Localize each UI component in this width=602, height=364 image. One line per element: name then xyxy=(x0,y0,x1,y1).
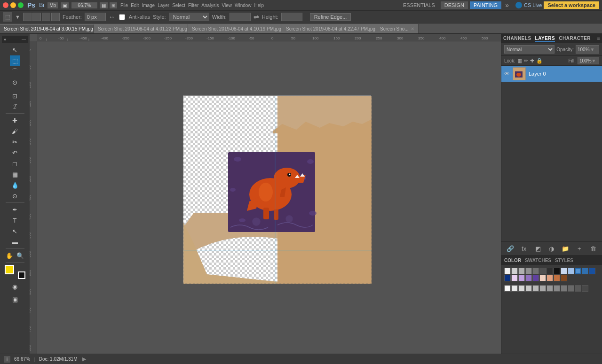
fill-control[interactable]: 100% ▼ xyxy=(578,57,599,64)
mb-icon[interactable]: Mb xyxy=(48,2,58,8)
swatches-tab2-label[interactable]: SWATCHES xyxy=(525,258,551,263)
feather-input[interactable] xyxy=(85,13,106,21)
tab-3[interactable]: Screen Shot 2019-08-04 at 4.22.47 PM.jpg… xyxy=(282,24,376,33)
quick-mask-button[interactable]: ◉ xyxy=(10,281,20,292)
preset-icon-2[interactable] xyxy=(32,13,41,21)
preset-icon-1[interactable] xyxy=(23,13,32,21)
width-input[interactable] xyxy=(230,13,251,21)
swatch2-8[interactable] xyxy=(554,285,560,292)
swatch-brown[interactable] xyxy=(554,275,560,281)
preset-icon-4[interactable] xyxy=(51,13,60,21)
screen-mode-button[interactable]: ▣ xyxy=(10,294,20,304)
layers-tab[interactable]: LAYERS xyxy=(535,36,555,42)
swatch-gray4[interactable] xyxy=(539,268,546,274)
window-menu[interactable]: Window xyxy=(235,3,252,8)
swatch2-11[interactable] xyxy=(575,285,581,292)
swatch2-10[interactable] xyxy=(568,285,574,292)
filter-menu[interactable]: Filter xyxy=(188,3,198,8)
tab-1[interactable]: Screen Shot 2019-08-04 at 4.01.22 PM.jpg… xyxy=(94,24,188,33)
opacity-control[interactable]: 100% ▼ xyxy=(576,45,599,54)
swatch-darkblue[interactable] xyxy=(504,275,511,281)
file-menu[interactable]: File xyxy=(120,3,128,8)
preset-icon-3[interactable] xyxy=(42,13,50,21)
swatch-gray3[interactable] xyxy=(532,268,539,274)
text-tool-button[interactable]: T xyxy=(10,215,20,225)
swatch2-3[interactable] xyxy=(518,285,525,292)
screen-mode-icon[interactable]: ▣ xyxy=(61,2,69,8)
hand-tool-button[interactable]: ✋ xyxy=(4,250,15,261)
add-style-button[interactable]: fx xyxy=(518,244,530,253)
swatch2-2[interactable] xyxy=(511,285,518,292)
minimize-button[interactable] xyxy=(10,2,16,8)
swatch-gray2[interactable] xyxy=(525,268,532,274)
view-options-icon[interactable]: ▦ xyxy=(100,2,108,8)
swatch2-5[interactable] xyxy=(532,285,539,292)
close-button[interactable] xyxy=(3,2,8,8)
painting-button[interactable]: PAINTING xyxy=(470,1,501,9)
character-tab[interactable]: CHARACTER xyxy=(559,36,591,42)
height-input[interactable] xyxy=(281,13,302,21)
select-menu[interactable]: Select xyxy=(172,3,185,8)
dodge-button[interactable]: ⊙ xyxy=(10,191,20,201)
shape-tool-button[interactable]: ▬ xyxy=(10,237,20,247)
swatches-tab-label[interactable]: COLOR xyxy=(504,258,521,263)
quick-select-button[interactable]: ⊙ xyxy=(10,77,20,87)
swatch-darkbrown[interactable] xyxy=(561,275,567,281)
view-menu[interactable]: View xyxy=(222,3,232,8)
crop-tool-button[interactable]: ⊡ xyxy=(10,91,20,101)
styles-tab-label[interactable]: STYLES xyxy=(555,258,573,263)
swatch-lightpurple[interactable] xyxy=(511,275,518,281)
swatch2-1[interactable] xyxy=(504,285,511,292)
style-select[interactable]: Normal Fixed Ratio Fixed Size xyxy=(169,13,209,21)
blend-mode-select[interactable]: Normal Multiply Screen Overlay xyxy=(504,45,554,54)
image-menu[interactable]: Image xyxy=(142,3,155,8)
tab-4-close[interactable]: ✕ xyxy=(411,26,414,31)
swatch-blue1[interactable] xyxy=(568,268,574,274)
tool-options-menu[interactable]: ▼ xyxy=(15,14,20,20)
more-workspaces-icon[interactable]: » xyxy=(503,1,511,9)
swatch-purple2[interactable] xyxy=(525,275,532,281)
status-info-button[interactable]: i xyxy=(4,356,10,363)
channels-tab[interactable]: CHANNELS xyxy=(503,36,531,42)
layer-menu[interactable]: Layer xyxy=(158,3,169,8)
add-mask-button[interactable]: ◩ xyxy=(532,244,544,253)
pen-tool-button[interactable]: ✒ xyxy=(10,204,20,215)
delete-layer-button[interactable]: 🗑 xyxy=(587,244,599,253)
gradient-button[interactable]: ▦ xyxy=(10,169,20,179)
brush-tool-button[interactable]: 🖌 xyxy=(10,126,20,136)
new-layer-button[interactable]: + xyxy=(573,244,585,253)
swatch2-4[interactable] xyxy=(525,285,532,292)
lock-position-icon[interactable]: ✚ xyxy=(530,58,534,64)
select-workspace-button[interactable]: Select a workspace xyxy=(544,1,599,9)
swatch-lightblue[interactable] xyxy=(561,268,567,274)
lasso-tool-button[interactable]: ⌒ xyxy=(10,66,20,77)
lock-transparent-icon[interactable]: ▦ xyxy=(517,58,522,64)
swap-wh-icon[interactable]: ⇌ xyxy=(253,13,259,21)
swatch-orange1[interactable] xyxy=(547,275,553,281)
lock-all-icon[interactable]: 🔒 xyxy=(536,58,543,64)
layer-item-0[interactable]: 👁 Layer 0 xyxy=(501,66,602,82)
marquee-tool-button[interactable]: ⬚ xyxy=(10,55,20,66)
swatch-skin[interactable] xyxy=(539,275,546,281)
swatch-blue3[interactable] xyxy=(582,268,588,274)
new-group-button[interactable]: 📁 xyxy=(560,244,571,253)
arrange-icon[interactable]: ⊞ xyxy=(110,2,117,8)
path-select-button[interactable]: ↖ xyxy=(10,226,20,236)
refine-edge-button[interactable]: Refine Edge... xyxy=(310,13,351,21)
swatch2-7[interactable] xyxy=(547,285,553,292)
tab-0[interactable]: Screen Shot 2019-08-04 at 3.00.15 PM.jpg… xyxy=(0,24,94,33)
swatch-lightgray[interactable] xyxy=(511,268,518,274)
lock-image-icon[interactable]: ✏ xyxy=(524,58,528,64)
swatch2-6[interactable] xyxy=(539,285,546,292)
swatch-black[interactable] xyxy=(554,268,560,274)
spot-heal-button[interactable]: ✚ xyxy=(10,115,20,125)
panel-menu-button[interactable]: ≡ xyxy=(597,36,600,41)
eraser-button[interactable]: ◻ xyxy=(10,158,20,169)
layer-visibility-icon[interactable]: 👁 xyxy=(504,70,510,77)
canvas-area[interactable] xyxy=(37,41,501,354)
eyedropper-button[interactable]: 𝓘 xyxy=(10,101,20,112)
new-fill-button[interactable]: ◑ xyxy=(546,244,557,253)
design-button[interactable]: DESIGN xyxy=(441,1,468,9)
swatch-white[interactable] xyxy=(504,268,511,274)
essentials-button[interactable]: ESSENTIALS xyxy=(399,1,439,9)
